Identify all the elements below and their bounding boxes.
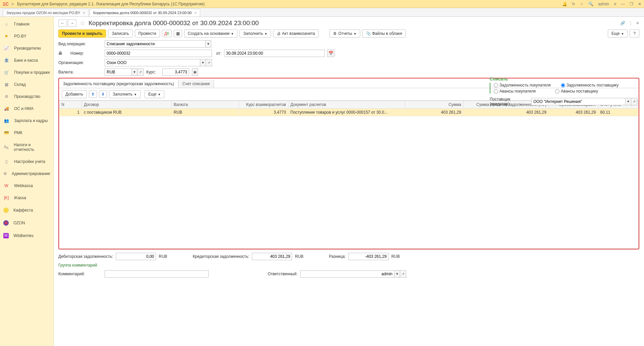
open-icon[interactable]: ↗: [400, 270, 406, 278]
calendar-icon[interactable]: 📅: [327, 50, 334, 57]
reports-button[interactable]: 🗎 Отчеты▼: [329, 30, 360, 38]
sidebar-item-settings[interactable]: ▯Настройки учета: [0, 156, 53, 168]
sidebar-item-wildberries[interactable]: WWildberries: [0, 229, 53, 242]
sidebar-item-webkassa[interactable]: WWebkassa: [0, 180, 53, 192]
act-button[interactable]: 🖨 Акт взаимозачета: [273, 30, 319, 38]
resp-input[interactable]: [300, 270, 394, 278]
tab-writeoff-account[interactable]: Счет списания: [178, 80, 214, 88]
rate-input[interactable]: [162, 68, 189, 76]
dropdown-icon[interactable]: ▼: [625, 98, 631, 105]
close-icon[interactable]: ✕: [638, 2, 641, 6]
restore-icon[interactable]: ❐: [630, 2, 633, 6]
group-comment-link[interactable]: Группа комментарий: [58, 263, 639, 268]
diff-value[interactable]: [348, 253, 389, 260]
link-icon[interactable]: 🔗: [620, 21, 625, 25]
sidebar-item-manager[interactable]: 📈Руководителю: [0, 42, 53, 54]
tab-debt-correction[interactable]: Корректировка долга 0000-000032 от 30.09…: [90, 9, 200, 16]
sidebar-item-admin[interactable]: ⚙Администрирование: [0, 168, 53, 180]
org-input[interactable]: [105, 59, 200, 66]
help-button[interactable]: ?: [630, 30, 639, 38]
sidebar-item-bank[interactable]: 🏦Банк и касса: [0, 54, 53, 66]
col-doc[interactable]: Документ расчетов: [288, 101, 405, 109]
col-rate[interactable]: Курс взаиморасчетов: [239, 101, 288, 109]
tab-supplier-debt[interactable]: Задолженность поставщику (кредиторская з…: [59, 80, 178, 88]
more-table-button[interactable]: Еще▼: [145, 90, 164, 98]
bell-icon[interactable]: 🔔: [562, 2, 567, 6]
sidebar-item-warehouse[interactable]: ▦Склад: [0, 78, 53, 91]
creditor-input[interactable]: [531, 98, 625, 105]
post-close-button[interactable]: Провести и закрыть: [58, 30, 106, 38]
currency-input[interactable]: [105, 68, 131, 76]
sidebar-item-label: ОС и НМА: [14, 106, 34, 111]
comment-input[interactable]: [105, 270, 209, 278]
sidebar-item-payroll[interactable]: 👥Зарплата и кадры: [0, 115, 53, 127]
save-button[interactable]: Записать: [108, 30, 132, 38]
move-up-button[interactable]: ⬆: [89, 91, 97, 98]
open-icon[interactable]: ↗: [206, 59, 212, 66]
close-icon[interactable]: ×: [194, 11, 196, 15]
col-currency[interactable]: Валюта: [171, 101, 239, 109]
sidebar-item-label: РМК: [14, 130, 22, 135]
sidebar-item-ozon[interactable]: OZON: [0, 217, 53, 229]
number-input[interactable]: [105, 50, 212, 57]
create-on-button[interactable]: Создать на основании▼: [184, 30, 237, 38]
sidebar-item-poby[interactable]: ✸PO.BY: [0, 30, 53, 42]
search-icon[interactable]: 🔍: [588, 2, 593, 6]
sidebar-item-kaffesta[interactable]: Каффеста: [0, 204, 53, 217]
sidebar-item-rmk[interactable]: 💳РМК: [0, 127, 53, 139]
sidebar-item-assets[interactable]: 🚚ОС и НМА: [0, 103, 53, 115]
dropdown-icon[interactable]: ▼: [131, 68, 138, 76]
add-button[interactable]: Добавить: [62, 90, 87, 98]
col-contract[interactable]: Договор: [82, 101, 171, 109]
fill-button[interactable]: Заполнить▼: [239, 30, 271, 38]
sidebar-item-label: Склад: [14, 82, 26, 87]
user-label[interactable]: admin: [598, 2, 609, 6]
col-sum[interactable]: Сумма: [405, 101, 463, 109]
debit-value[interactable]: [116, 253, 156, 260]
close-page-icon[interactable]: ✕: [636, 21, 639, 25]
open-icon[interactable]: ↗: [138, 68, 144, 76]
label: Создать на основании: [188, 31, 230, 36]
sidebar-item-label: Администрирование: [12, 171, 50, 176]
table-row[interactable]: 1 с поставщиком RUB RUB 3,4773 Поступлен…: [59, 109, 639, 116]
settings-icon[interactable]: ≡: [614, 2, 616, 6]
toolbar: Провести и закрыть Записать Провести ДК …: [54, 28, 644, 40]
radio-buyer-debt[interactable]: Задолженность покупателя: [494, 83, 551, 88]
history-icon[interactable]: ↻: [572, 2, 575, 6]
col-n[interactable]: N: [59, 101, 82, 109]
sidebar-item-main[interactable]: ⌂Главное: [0, 18, 53, 30]
files-button[interactable]: 📎 Файлы в облаке: [362, 30, 406, 38]
radio-supplier-debt[interactable]: Задолженность поставщику: [561, 83, 619, 88]
sidebar-item-sales[interactable]: 🛒Покупки и продажи: [0, 66, 53, 78]
cell-sum-mutual: 403 261,29: [549, 109, 598, 116]
forward-button[interactable]: →: [68, 19, 76, 27]
sidebar-item-ikassa[interactable]: [K]iKassa: [0, 192, 53, 204]
menu-icon[interactable]: ≡: [11, 2, 14, 6]
calc-icon[interactable]: ▦: [192, 68, 198, 76]
back-button[interactable]: ←: [58, 19, 67, 27]
close-icon[interactable]: ×: [83, 11, 85, 15]
more-button[interactable]: Еще▼: [608, 30, 628, 38]
minimize-icon[interactable]: —: [621, 2, 625, 6]
dropdown-icon[interactable]: ▼: [205, 40, 211, 48]
more-icon[interactable]: ⋮: [629, 21, 633, 25]
move-down-button[interactable]: ⬇: [99, 91, 107, 98]
dtkt-button[interactable]: ДК: [162, 30, 172, 37]
tab-ozon-load[interactable]: Загрузка продаж OZON по месяцам PO.BY ×: [3, 9, 89, 16]
table-empty-area[interactable]: [59, 116, 639, 249]
radio-supplier-advance[interactable]: Авансы поставщику: [555, 89, 598, 94]
oper-type-input[interactable]: [105, 40, 205, 48]
dropdown-icon[interactable]: ▼: [394, 270, 400, 278]
radio-buyer-advance[interactable]: Авансы покупателя: [494, 89, 536, 94]
fill-table-button[interactable]: Заполнить▼: [109, 90, 141, 98]
post-button[interactable]: Провести: [135, 30, 160, 38]
sidebar-item-taxes[interactable]: AKНалоги и отчетность: [0, 139, 53, 156]
date-input[interactable]: [224, 50, 325, 57]
star-icon[interactable]: ☆: [580, 2, 584, 6]
credit-value[interactable]: [252, 253, 292, 260]
favorite-icon[interactable]: ☆: [80, 19, 85, 27]
structure-button[interactable]: ▦: [174, 30, 182, 37]
dropdown-icon[interactable]: ▼: [200, 59, 206, 66]
open-icon[interactable]: ↗: [631, 98, 637, 105]
sidebar-item-production[interactable]: ⚙Производство: [0, 91, 53, 103]
